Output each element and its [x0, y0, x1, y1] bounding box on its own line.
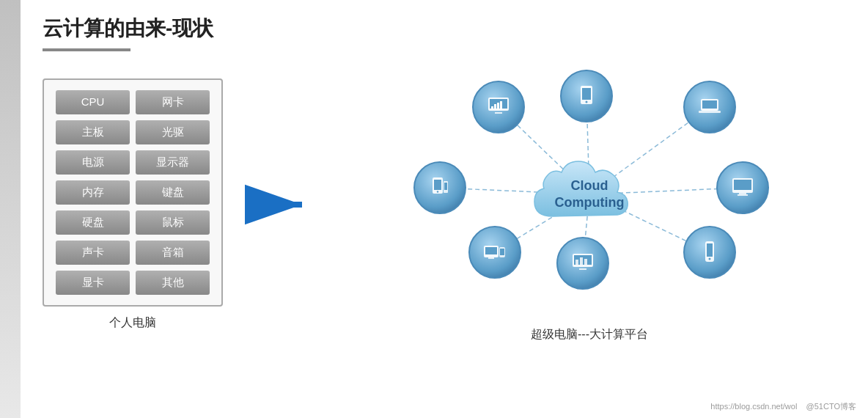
pc-item-col2-0: 网卡: [136, 90, 210, 114]
pc-item-col2-6: 其他: [136, 271, 210, 295]
cloud-label: 超级电脑---大计算平台: [531, 327, 648, 342]
svg-rect-42: [434, 180, 441, 190]
svg-rect-34: [584, 259, 587, 265]
pc-item-col1-5: 声卡: [56, 241, 130, 265]
watermark: https://blog.csdn.net/wol @51CTO博客: [710, 401, 856, 412]
svg-rect-21: [702, 100, 717, 109]
pc-section: CPU网卡主板光驱电源显示器内存键盘硬盘鼠标声卡音箱显卡其他 个人电脑: [43, 78, 223, 331]
main-content: 云计算的由来-现状 CPU网卡主板光驱电源显示器内存键盘硬盘鼠标声卡音箱显卡其他…: [21, 0, 868, 418]
device-node-tl: [472, 81, 525, 133]
svg-rect-14: [497, 103, 499, 110]
device-node-b: [556, 237, 609, 290]
svg-rect-12: [491, 106, 493, 110]
svg-point-19: [586, 101, 588, 103]
svg-rect-40: [500, 249, 504, 255]
pc-item-col2-5: 音箱: [136, 241, 210, 265]
pc-item-col1-6: 显卡: [56, 271, 130, 295]
svg-rect-24: [734, 180, 751, 190]
svg-point-29: [709, 258, 711, 260]
body-row: CPU网卡主板光驱电源显示器内存键盘硬盘鼠标声卡音箱显卡其他 个人电脑: [43, 66, 846, 342]
svg-rect-28: [707, 243, 713, 257]
pc-item-col1-0: CPU: [56, 90, 130, 114]
svg-rect-18: [582, 88, 591, 100]
svg-rect-22: [699, 111, 721, 113]
pc-label: 个人电脑: [109, 315, 156, 331]
svg-rect-38: [488, 257, 494, 259]
pc-item-col1-1: 主板: [56, 120, 130, 144]
svg-rect-32: [575, 260, 578, 265]
svg-rect-13: [494, 104, 496, 110]
svg-rect-25: [739, 193, 746, 194]
pc-item-col1-3: 内存: [56, 180, 130, 205]
pc-item-col2-3: 键盘: [136, 180, 210, 205]
page-title: 云计算的由来-现状: [43, 15, 846, 43]
svg-rect-15: [500, 101, 502, 110]
pc-item-col1-4: 硬盘: [56, 210, 130, 235]
device-node-br: [683, 226, 736, 279]
cloud-section: Cloud Computing: [333, 66, 846, 342]
pc-item-col2-2: 显示器: [136, 150, 210, 175]
svg-rect-35: [579, 268, 586, 270]
pc-item-col1-2: 电源: [56, 150, 130, 175]
svg-rect-26: [738, 194, 748, 196]
arrow-section: [245, 183, 311, 227]
device-node-tr: [683, 81, 736, 133]
svg-rect-16: [495, 112, 502, 114]
arrow-icon: [245, 183, 311, 227]
pc-box: CPU网卡主板光驱电源显示器内存键盘硬盘鼠标声卡音箱显卡其他: [43, 78, 223, 307]
left-stripe: [0, 0, 21, 418]
cloud-text: Cloud Computing: [555, 177, 625, 212]
cloud-diagram: Cloud Computing: [399, 66, 780, 323]
svg-point-43: [437, 191, 438, 192]
device-node-t: [560, 70, 613, 122]
device-node-l: [413, 161, 466, 214]
title-underline: [43, 48, 130, 51]
svg-rect-45: [444, 183, 447, 190]
svg-rect-37: [485, 247, 497, 254]
pc-item-col2-1: 光驱: [136, 120, 210, 144]
device-node-r: [716, 161, 769, 214]
device-node-bl: [468, 226, 521, 279]
svg-rect-33: [580, 257, 583, 265]
pc-item-col2-4: 鼠标: [136, 210, 210, 235]
